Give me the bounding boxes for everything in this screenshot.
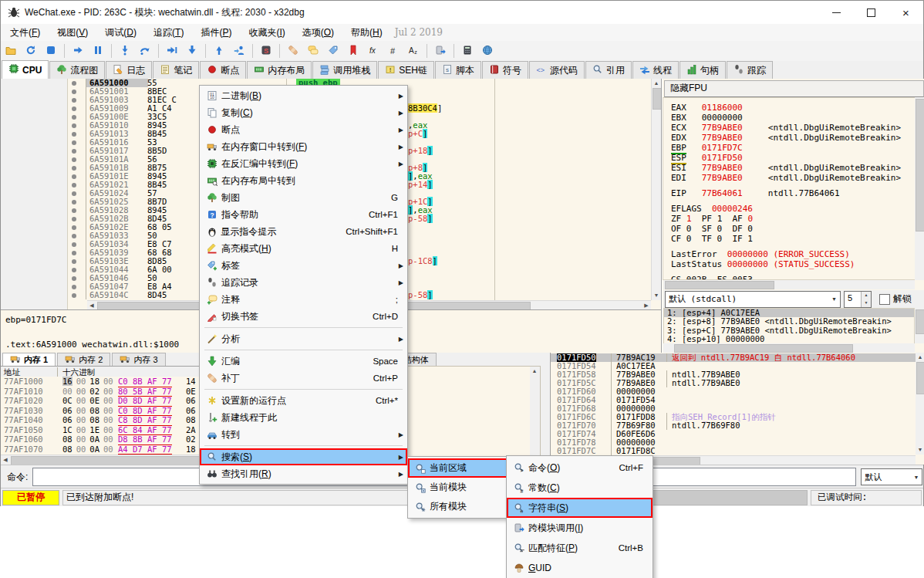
breakpoint-dot-icon[interactable] (72, 225, 76, 230)
breakpoint-dot-icon[interactable] (72, 191, 76, 196)
maximize-button[interactable] (854, 1, 889, 24)
register-line[interactable]: EFLAGS 00000246 (671, 204, 915, 214)
breakpoint-dot-icon[interactable] (72, 259, 76, 264)
menubar-item-2[interactable]: 调试(D) (97, 25, 144, 41)
breakpoint-dot-icon[interactable] (72, 115, 76, 120)
call-arguments-list[interactable]: 1: [esp+4] A0C17EEA2: [esp+8] 77B9ABE0 <… (663, 308, 915, 345)
tab-句柄[interactable]: 句柄 (680, 61, 726, 79)
step-out-button[interactable] (210, 42, 228, 59)
stack-row[interactable]: 0171FD5077B9AC19返回到 ntdll.77B9AC19 自 ntd… (551, 353, 924, 362)
tab-内存布局[interactable]: 内存布局 (247, 61, 312, 79)
menubar-item-3[interactable]: 追踪(T) (146, 25, 191, 41)
context-menu-item-8[interactable]: 显示指令提示Ctrl+Shift+F1 (200, 223, 407, 240)
menubar-item-1[interactable]: 视图(V) (49, 25, 96, 41)
close-button[interactable]: × (889, 1, 923, 24)
patch-button[interactable] (284, 42, 302, 59)
context-menu-item-20[interactable]: 设置新的运行点Ctrl+* (200, 392, 407, 409)
step-into-button[interactable] (116, 42, 134, 59)
menubar-item-6[interactable]: 选项(O) (295, 25, 342, 41)
stack-row[interactable]: 0171FD74D60FE6D6 (551, 430, 924, 438)
breakpoint-dot-icon[interactable] (72, 234, 76, 238)
breakpoint-dot-icon[interactable] (72, 98, 76, 103)
stack-pane[interactable]: 0171FD5077B9AC19返回到 ntdll.77B9AC19 自 ntd… (550, 353, 924, 465)
register-line[interactable]: ZF 1 PF 1 AF 0 (671, 214, 915, 224)
context-menu-item-25[interactable]: 查找引用(R)▶ (200, 465, 407, 482)
breakpoint-dot-icon[interactable] (72, 157, 76, 162)
watch-body[interactable]: ▲ ▼ (386, 366, 541, 466)
context-menu-item-15[interactable]: 分析▶ (200, 330, 407, 347)
stack-row[interactable]: 0171FD7800000000 (551, 438, 924, 447)
context-menu-item-7[interactable]: ?指令帮助Ctrl+F1 (200, 206, 407, 223)
dump-tab-内存3[interactable]: 内存 3 (112, 353, 165, 366)
register-list[interactable]: EAX 01186000EBX 00000000ECX 77B9ABE0 <nt… (663, 97, 915, 280)
register-line[interactable]: ESI 77B9ABE0 <ntdll.DbgUiRemoteBreakin> (671, 163, 915, 173)
tab-cpu[interactable]: CPU (2, 60, 49, 79)
argument-row[interactable]: 4: [esp+10] 00000000 (664, 335, 914, 343)
stack-row[interactable]: 0171FD640171FD54 (551, 396, 924, 404)
breakpoint-dot-icon[interactable] (72, 276, 76, 281)
breakpoint-dot-icon[interactable] (72, 200, 76, 204)
breakpoint-dot-icon[interactable] (72, 251, 76, 255)
registers-vscroll[interactable] (915, 97, 924, 280)
register-line[interactable]: EAX 01186000 (671, 103, 915, 113)
context-menu-item-0[interactable]: 0110二进制(B)▶ (200, 87, 407, 104)
tab-调用堆栈[interactable]: 调用堆栈 (312, 61, 377, 79)
case-button[interactable]: Az (404, 42, 423, 59)
register-line[interactable]: EDI 77B9ABE0 <ntdll.DbgUiRemoteBreakin> (671, 173, 915, 183)
tab-引用[interactable]: 引用 (585, 61, 632, 79)
menubar-item-0[interactable]: 文件(F) (2, 25, 48, 41)
pause-button[interactable] (89, 42, 107, 59)
search-type-item-5[interactable]: GUID (507, 558, 653, 578)
context-menu-item-22[interactable]: 转到▶ (200, 426, 407, 443)
tab-符号[interactable]: 符号 (482, 61, 528, 79)
register-line[interactable]: CF 0 TF 0 IF 1 (671, 234, 915, 244)
attach-step-button[interactable] (230, 42, 248, 59)
search-type-item-2[interactable]: „字符串(S) (507, 498, 653, 518)
context-menu-item-9[interactable]: 高亮模式(H)H (200, 240, 407, 257)
register-line[interactable]: GS 002B FS 0053 (671, 275, 915, 280)
registers-hscroll[interactable] (663, 280, 915, 289)
register-line[interactable]: EDX 77B9ABE0 <ntdll.DbgUiRemoteBreakin> (671, 133, 915, 143)
arg-count-stepper[interactable]: 5 ▲▼ (844, 291, 872, 308)
execute-till-return-button[interactable] (183, 42, 201, 59)
calling-convention-select[interactable]: 默认 (stdcall) ▼ (665, 291, 841, 308)
tab-跟踪[interactable]: 跟踪 (727, 61, 773, 79)
breakpoint-dot-icon[interactable] (72, 183, 76, 188)
menubar-item-5[interactable]: 收藏夹(I) (241, 25, 292, 41)
hash-button[interactable]: # (384, 42, 403, 59)
breakpoint-dot-icon[interactable] (72, 123, 76, 128)
breakpoint-dot-icon[interactable] (72, 208, 76, 213)
unlock-checkbox[interactable] (879, 294, 890, 305)
comments-button[interactable] (304, 42, 322, 59)
context-menu-item-13[interactable]: 切换书签Ctrl+D (200, 308, 407, 325)
context-menu-item-6[interactable]: 制图G (200, 189, 407, 206)
stack-row[interactable]: 0171FD5C77B9ABE0ntdll.77B9ABE0 (551, 379, 924, 387)
search-type-item-1[interactable]: #常数(C) (507, 478, 653, 498)
breakpoint-dot-icon[interactable] (72, 293, 76, 298)
menubar-item-7[interactable]: 帮助(H) (343, 25, 390, 41)
labels-button[interactable] (324, 42, 342, 59)
stop-button[interactable] (42, 42, 60, 59)
context-menu-item-21[interactable]: 新建线程于此 (200, 409, 407, 426)
register-line[interactable]: OF 0 SF 0 DF 0 (671, 224, 915, 234)
breakpoint-dot-icon[interactable] (72, 81, 76, 86)
breakpoint-dot-icon[interactable] (72, 242, 76, 247)
tab-笔记[interactable]: 笔记 (153, 61, 199, 79)
hide-fpu-button[interactable]: 隐藏FPU (664, 80, 924, 97)
tab-线程[interactable]: 线程 (632, 61, 679, 79)
context-menu-item-24[interactable]: 搜索(S)▶ (200, 448, 407, 465)
step-over-button[interactable] (136, 42, 154, 59)
seh-badge-button[interactable]: S (257, 42, 275, 59)
register-line[interactable]: EBX 00000000 (671, 113, 915, 123)
breakpoint-dot-icon[interactable] (72, 90, 76, 94)
run-button[interactable] (69, 42, 87, 59)
search-type-item-3[interactable]: 跨模块调用(I) (507, 518, 653, 538)
restart-button[interactable] (22, 42, 40, 59)
breakpoint-dot-icon[interactable] (72, 174, 76, 179)
stack-row[interactable]: 0171FD7C0171FD8C (551, 447, 924, 455)
search-type-item-0[interactable]: >命令(O)Ctrl+F (507, 458, 653, 478)
command-profile-select[interactable]: 默认 ▼ (861, 468, 922, 485)
context-menu-item-10[interactable]: 标签▶ (200, 257, 407, 274)
stack-row[interactable]: 0171FD6000000000 (551, 387, 924, 396)
context-menu-item-11[interactable]: 追踪记录▶ (200, 274, 407, 291)
